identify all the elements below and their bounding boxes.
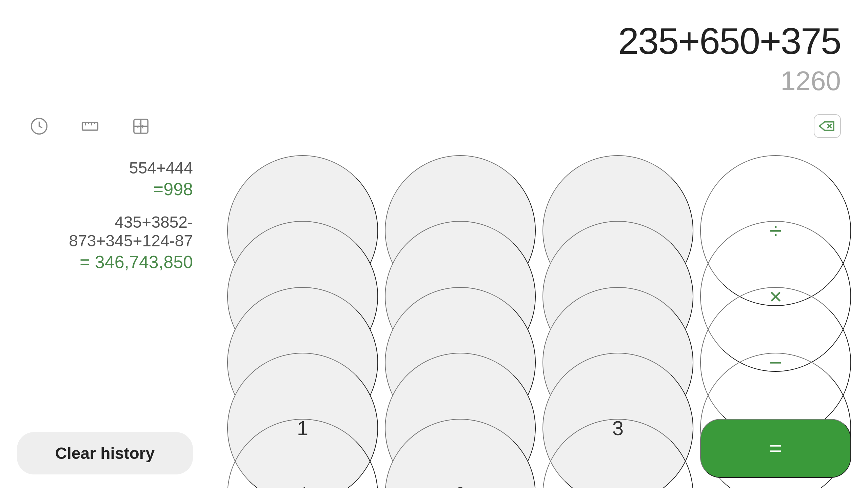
history-entry-1[interactable]: 554+444 =998 bbox=[17, 159, 193, 199]
main-content: 554+444 =998 435+3852-873+345+124-87 = 3… bbox=[0, 145, 868, 488]
formula-icon[interactable]: √π bbox=[129, 114, 153, 138]
current-result: 1260 bbox=[27, 65, 841, 97]
toolbar: √π bbox=[0, 107, 868, 145]
history-panel: 554+444 =998 435+3852-873+345+124-87 = 3… bbox=[0, 145, 210, 488]
history-result-1: =998 bbox=[17, 179, 193, 199]
display-area: 235+650+375 1260 bbox=[0, 0, 868, 107]
keypad: C( )%÷789×456−123++/−0.= bbox=[210, 145, 868, 488]
history-entry-2[interactable]: 435+3852-873+345+124-87 = 346,743,850 bbox=[17, 213, 193, 272]
svg-rect-1 bbox=[82, 122, 98, 130]
history-expression-1: 554+444 bbox=[17, 159, 193, 177]
backspace-button[interactable] bbox=[814, 114, 841, 138]
ruler-icon[interactable] bbox=[78, 114, 102, 138]
history-expression-2: 435+3852-873+345+124-87 bbox=[17, 213, 193, 250]
history-icon[interactable] bbox=[27, 114, 51, 138]
current-expression: 235+650+375 bbox=[27, 20, 841, 61]
history-result-2: = 346,743,850 bbox=[17, 252, 193, 272]
key---button[interactable]: = bbox=[700, 419, 851, 478]
clear-history-button[interactable]: Clear history bbox=[17, 432, 193, 474]
history-entries: 554+444 =998 435+3852-873+345+124-87 = 3… bbox=[17, 159, 193, 282]
